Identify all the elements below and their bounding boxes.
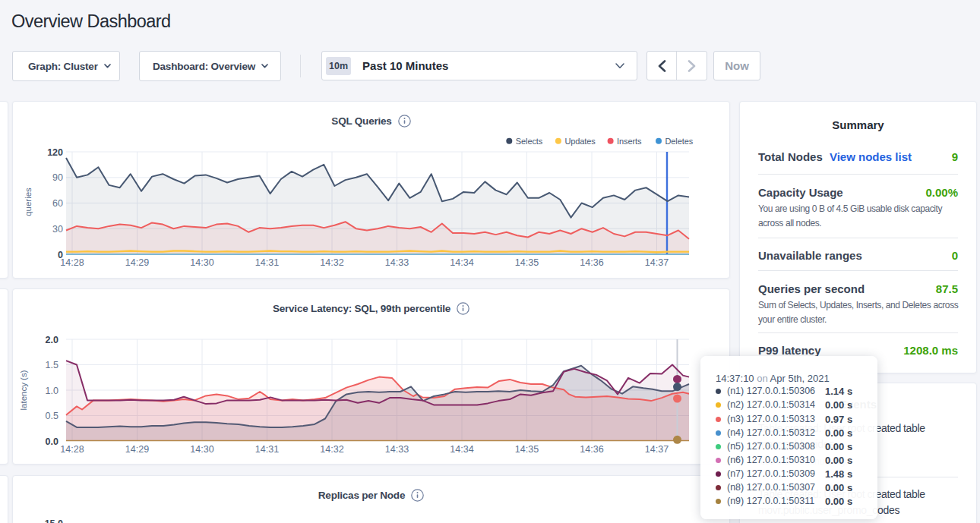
svg-text:1.5: 1.5 (46, 360, 58, 370)
svg-text:Inserts: Inserts (617, 137, 642, 146)
svg-text:1.0: 1.0 (46, 386, 58, 396)
svg-text:14:28: 14:28 (60, 257, 84, 268)
svg-text:90: 90 (52, 172, 63, 183)
svg-text:14:29: 14:29 (125, 257, 149, 268)
svg-text:0.0: 0.0 (46, 436, 58, 447)
svg-text:14:37: 14:37 (645, 257, 669, 268)
svg-text:60: 60 (52, 198, 63, 209)
svg-text:14:35: 14:35 (515, 444, 539, 455)
svg-text:latency (s): latency (s) (19, 370, 28, 410)
svg-text:Deletes: Deletes (665, 137, 694, 146)
svg-text:14:36: 14:36 (580, 444, 603, 455)
svg-text:14:32: 14:32 (320, 257, 343, 268)
svg-text:14:30: 14:30 (190, 444, 213, 455)
svg-text:queries: queries (24, 187, 33, 216)
svg-text:14:37: 14:37 (645, 444, 669, 455)
svg-text:14:30: 14:30 (190, 257, 213, 268)
svg-text:14:31: 14:31 (255, 444, 279, 455)
svg-text:15.0: 15.0 (45, 518, 63, 523)
svg-text:14:35: 14:35 (515, 257, 539, 268)
svg-text:0.5: 0.5 (46, 411, 58, 421)
svg-text:14:34: 14:34 (450, 257, 473, 268)
svg-text:14:29: 14:29 (125, 444, 149, 455)
svg-text:14:28: 14:28 (60, 444, 84, 455)
svg-text:120: 120 (47, 147, 63, 158)
svg-text:Selects: Selects (516, 137, 543, 146)
svg-text:30: 30 (52, 224, 63, 235)
svg-text:Updates: Updates (564, 137, 596, 146)
svg-text:14:34: 14:34 (450, 444, 473, 455)
svg-text:14:33: 14:33 (385, 257, 409, 268)
svg-text:14:32: 14:32 (320, 444, 343, 455)
svg-text:14:33: 14:33 (385, 444, 409, 455)
svg-text:14:36: 14:36 (580, 257, 603, 268)
svg-text:2.0: 2.0 (46, 335, 58, 345)
svg-text:14:31: 14:31 (255, 257, 279, 268)
